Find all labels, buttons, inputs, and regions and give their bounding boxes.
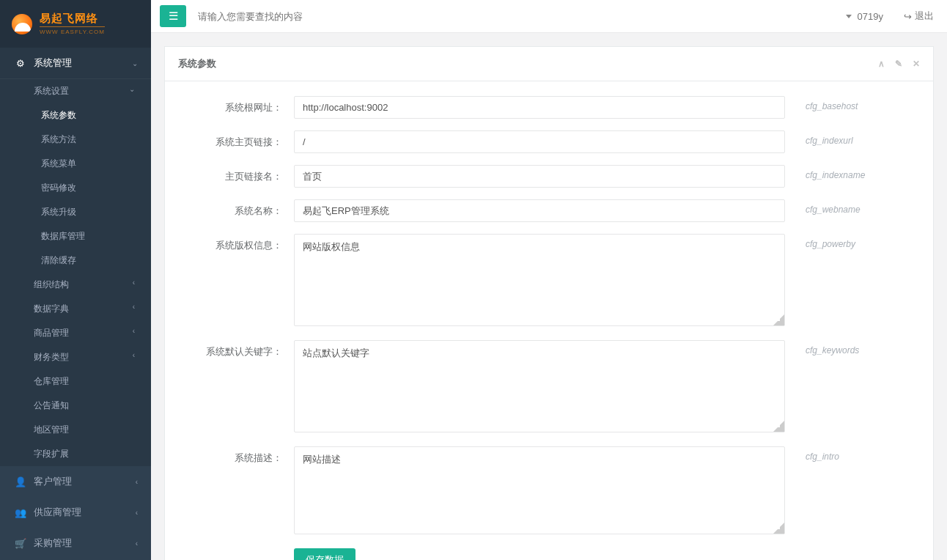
wrench-icon[interactable]: ✎ — [895, 59, 902, 69]
nav-supplier-label: 供应商管理 — [34, 506, 136, 519]
sidebar-item-finance-type[interactable]: 财务类型‹ — [0, 345, 151, 369]
brand-name: 易起飞网络 — [40, 12, 105, 25]
logout-link[interactable]: ↪ 退出 — [904, 10, 934, 23]
logout-icon: ↪ — [904, 11, 912, 22]
hint-keywords: cfg_keywords — [806, 340, 859, 355]
close-icon[interactable]: ✕ — [913, 59, 920, 69]
label-basehost: 系统根网址： — [184, 96, 294, 114]
sidebar-settings-label: 系统设置 — [34, 86, 69, 96]
logout-label: 退出 — [915, 10, 934, 23]
label-indexurl: 系统主页链接： — [184, 130, 294, 149]
sidebar-item-org-structure[interactable]: 组织结构‹ — [0, 273, 151, 297]
chevron-left-icon: ‹ — [136, 539, 138, 548]
user-icon: 👤 — [15, 476, 26, 487]
panel-title: 系统参数 — [178, 57, 216, 70]
cart-icon: 🛒 — [15, 538, 26, 549]
hint-basehost: cfg_basehost — [806, 96, 858, 111]
users-icon: 👥 — [15, 507, 26, 518]
brand-sub: WWW EASFLY.COM — [40, 26, 105, 35]
nav-customer-label: 客户管理 — [34, 475, 136, 488]
panel-head: 系统参数 ∧ ✎ ✕ — [165, 47, 933, 81]
logo-area: 易起飞网络 WWW EASFLY.COM — [0, 0, 151, 48]
chevron-left-icon: ‹ — [133, 279, 135, 287]
chevron-down-icon: ⌄ — [129, 85, 135, 93]
label-webname: 系统名称： — [184, 199, 294, 218]
sidebar-item-region[interactable]: 地区管理 — [0, 418, 151, 442]
textarea-powerby[interactable] — [294, 234, 785, 326]
input-basehost[interactable] — [294, 96, 785, 119]
label-indexname: 主页链接名： — [184, 165, 294, 183]
sidebar-item-system-upgrade[interactable]: 系统升级 — [7, 200, 151, 224]
gear-icon: ⚙ — [15, 58, 26, 69]
hint-indexname: cfg_indexname — [806, 165, 865, 180]
textarea-keywords[interactable] — [294, 340, 785, 432]
hint-indexurl: cfg_indexurl — [806, 130, 853, 146]
logo-icon — [12, 14, 32, 34]
collapse-icon[interactable]: ∧ — [878, 59, 885, 69]
hint-intro: cfg_intro — [806, 446, 839, 462]
label-intro: 系统描述： — [184, 446, 294, 465]
menu-icon: ☰ — [169, 10, 178, 23]
chevron-left-icon: ‹ — [136, 478, 138, 486]
panel-system-params: 系统参数 ∧ ✎ ✕ 系统根网址： cfg_basehost 系统主页链接： c… — [164, 46, 934, 560]
nav-section-supplier[interactable]: 👥 供应商管理 ‹ — [0, 497, 151, 528]
sidebar-item-db-manage[interactable]: 数据库管理 — [7, 224, 151, 248]
nav-section-purchase[interactable]: 🛒 采购管理 ‹ — [0, 528, 151, 559]
search-input[interactable] — [198, 11, 388, 22]
input-webname[interactable] — [294, 199, 785, 222]
chevron-left-icon: ‹ — [136, 509, 138, 517]
nav-section-customer[interactable]: 👤 客户管理 ‹ — [0, 466, 151, 497]
hint-powerby: cfg_powerby — [806, 234, 855, 249]
nav-section-system-label: 系统管理 — [34, 56, 132, 70]
user-greeting: 0719y — [858, 11, 883, 22]
label-powerby: 系统版权信息： — [184, 234, 294, 252]
hint-webname: cfg_webname — [806, 199, 861, 215]
panel-body: 系统根网址： cfg_basehost 系统主页链接： cfg_indexurl… — [165, 81, 933, 560]
label-keywords: 系统默认关键字： — [184, 340, 294, 358]
sidebar-item-field-ext[interactable]: 字段扩展 — [0, 442, 151, 466]
sidebar-item-data-dict[interactable]: 数据字典‹ — [0, 297, 151, 321]
sidebar-item-system-settings[interactable]: 系统设置 ⌄ — [0, 79, 151, 103]
sidebar: 易起飞网络 WWW EASFLY.COM ⚙ 系统管理 ⌄ 系统设置 ⌄ 系统参 — [0, 0, 151, 560]
save-button[interactable]: 保存数据 — [294, 548, 355, 560]
sidebar-item-warehouse[interactable]: 仓库管理 — [0, 369, 151, 394]
user-dropdown[interactable]: 0719y — [846, 11, 883, 22]
sidebar-item-system-methods[interactable]: 系统方法 — [7, 128, 151, 152]
chevron-down-icon — [846, 15, 852, 18]
sidebar-item-system-params[interactable]: 系统参数 — [7, 103, 151, 128]
sidebar-item-password-change[interactable]: 密码修改 — [7, 176, 151, 200]
nav-section-system[interactable]: ⚙ 系统管理 ⌄ — [0, 48, 151, 79]
input-indexurl[interactable] — [294, 130, 785, 153]
chevron-down-icon: ⌄ — [132, 59, 138, 67]
chevron-left-icon: ‹ — [133, 303, 135, 311]
sidebar-item-announce[interactable]: 公告通知 — [0, 394, 151, 418]
sidebar-item-clear-cache[interactable]: 清除缓存 — [7, 248, 151, 273]
input-indexname[interactable] — [294, 165, 785, 188]
nav-toggle-button[interactable]: ☰ — [160, 5, 186, 27]
chevron-left-icon: ‹ — [133, 351, 135, 359]
nav-purchase-label: 采购管理 — [34, 537, 136, 550]
chevron-left-icon: ‹ — [133, 327, 135, 335]
textarea-intro[interactable] — [294, 446, 785, 534]
sidebar-item-goods-manage[interactable]: 商品管理‹ — [0, 321, 151, 345]
topbar: ☰ 0719y ↪ 退出 — [151, 0, 947, 33]
sidebar-item-system-menu[interactable]: 系统菜单 — [7, 152, 151, 176]
